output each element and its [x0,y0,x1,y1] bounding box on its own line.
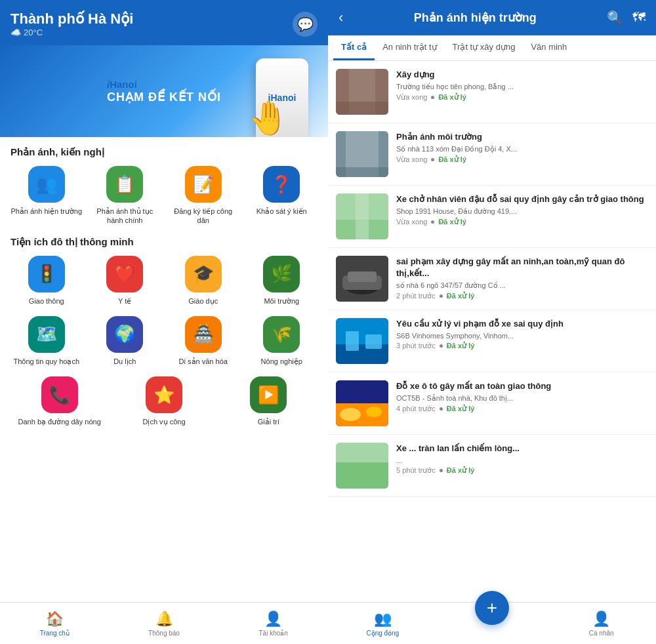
report-item-r6[interactable]: Đỗ xe ô tô gây mất an toàn giao thông OC… [328,372,656,435]
report-thumb-r2 [336,131,388,177]
left-header: Thành phố Hà Nội ☁️ 20°C 💬 [0,0,328,45]
bell-icon: 🔔 [155,611,173,628]
svg-rect-5 [336,167,388,177]
report-time-r2: Vừa xong [396,155,427,164]
moi-truong-icon: 🌿 [263,256,300,292]
status-dot-r3 [431,220,434,224]
report-item-r3[interactable]: Xe chở nhân viên đậu đỗ sai quy định gây… [328,186,656,248]
left-header-info: Thành phố Hà Nội ☁️ 20°C [10,10,133,37]
left-scroll-area: Phản ánh, kiến nghị 👥 Phản ánh hiện trườ… [0,137,328,602]
svg-rect-2 [336,102,388,115]
nong-nghiep-label: Nông nghiệp [261,357,302,366]
report-status-r3: Đã xử lý [438,218,466,226]
section1-title: Phản ánh, kiến nghị [10,146,318,158]
svg-rect-12 [348,272,377,282]
report-meta-r3: Vừa xong Đã xử lý [396,218,648,226]
utility-nong-nghiep[interactable]: 🌾 Nông nghiệp [246,316,318,366]
tab-tat-ca[interactable]: Tất cả [333,35,375,60]
utility-moi-truong[interactable]: 🌿 Môi trường [246,256,318,306]
banner-text: iHanoi CHẠM ĐỂ KẾT NỐI [107,79,221,104]
report-time-r5: 3 phút trước [396,342,436,350]
report-status-r6: Đã xử lý [447,405,474,413]
report-item-r1[interactable]: Xây dựng Trường tiểu học tiên phong, Bằn… [328,61,656,123]
left-bottom-nav: 🏠 Trang chủ 🔔 Thông báo 👤 Tài khoản [0,602,328,644]
report-status-r2: Đã xử lý [438,155,466,164]
tab-van-minh[interactable]: Văn minh [523,35,575,60]
utility-di-san[interactable]: 🏯 Di sản văn hóa [167,316,239,366]
y-te-icon: ❤️ [106,256,143,292]
community-icon: 👥 [374,611,392,628]
report-title-r1: Xây dựng [396,69,648,81]
giao-thong-label: Giao thông [29,296,64,306]
report-meta-r1: Vừa xong Đã xử lý [396,93,648,102]
nav-ca-nhan[interactable]: 👤 Cá nhân [546,611,656,637]
utility-giao-duc[interactable]: 🎓 Giáo dục [167,256,239,306]
report-thumb-r7 [336,443,388,489]
report-meta-r6: 4 phút trước Đã xử lý [396,405,648,413]
danh-ba-label: Danh bạ đường dây nóng [18,417,101,426]
dang-ky-tiep-cong-dan-icon: 📝 [185,166,222,203]
weather-icon: ☁️ [10,28,21,37]
chat-button[interactable]: 💬 [293,12,318,37]
utility-grid-row3: 📞 Danh bạ đường dây nóng ⭐ Dịch vụ công … [10,376,318,426]
quy-hoach-icon: 🗺️ [28,316,65,353]
back-button[interactable]: ‹ [338,9,343,26]
report-item-r5[interactable]: Yêu cầu xử lý vi phạm đỗ xe sai quy định… [328,310,656,372]
tab-an-ninh-trat-tu[interactable]: An ninh trật tự [375,35,444,60]
utility-giai-tri[interactable]: ▶️ Giải trí [220,376,318,426]
nav-cong-dong[interactable]: 👥 Cộng đồng [328,611,438,637]
report-title-r3: Xe chở nhân viên đậu đỗ sai quy định gây… [396,193,648,205]
report-title-r4: sai phạm xây dựng gây mất an ninh,an toà… [396,256,648,279]
report-time-r6: 4 phút trước [396,405,436,413]
report-time-r7: 5 phút trước [396,466,436,475]
temperature: 20°C [24,28,43,37]
search-icon[interactable]: 🔍 [607,10,623,26]
report-time-r3: Vừa xong [396,218,427,226]
feedback-item-thu-tuc[interactable]: 📋 Phản ánh thủ tục hành chính [89,166,161,226]
feedback-item-dang-ky[interactable]: 📝 Đăng ký tiếp công dân [167,166,239,226]
utility-danh-ba[interactable]: 📞 Danh bạ đường dây nóng [10,376,108,426]
report-title-r6: Đỗ xe ô tô gây mất an toàn giao thông [396,380,648,392]
tab-trat-tu-xay-dung[interactable]: Trật tự xây dựng [445,35,523,60]
nav-tai-khoan[interactable]: 👤 Tài khoản [218,611,328,637]
banner: iHanoi CHẠM ĐỂ KẾT NỐI iHanoi 🤚 [0,45,328,137]
report-item-r2[interactable]: Phản ánh môi trường Số nhà 113 xóm Đại Đ… [328,123,656,186]
banner-brand: iHanoi [107,79,221,90]
status-dot-r1 [431,96,434,99]
utility-y-te[interactable]: ❤️ Y tế [89,256,161,306]
nav-tai-khoan-label: Tài khoản [259,630,288,637]
report-item-r4[interactable]: sai phạm xây dựng gây mất an ninh,an toà… [328,248,656,310]
status-dot-r2 [431,158,434,161]
utility-du-lich[interactable]: 🌍 Du lịch [89,316,161,366]
nav-thong-bao[interactable]: 🔔 Thông báo [110,611,219,637]
report-info-r2: Phản ánh môi trường Số nhà 113 xóm Đại Đ… [396,131,648,164]
dich-vu-cong-icon: ⭐ [146,376,182,413]
feedback-item-khao-sat[interactable]: ❓ Khảo sát ý kiến [246,166,318,226]
nav-trang-chu[interactable]: 🏠 Trang chủ [0,611,110,637]
utility-quy-hoach[interactable]: 🗺️ Thông tin quy hoạch [10,316,83,366]
status-dot-r6 [440,407,443,411]
utility-dich-vu-cong[interactable]: ⭐ Dịch vụ công [115,376,213,426]
report-title-r2: Phản ánh môi trường [396,131,648,143]
report-info-r4: sai phạm xây dựng gây mất an ninh,an toà… [396,256,648,300]
status-dot-r5 [440,344,443,348]
utility-giao-thong[interactable]: 🚦 Giao thông [10,256,83,306]
right-panel: ‹ Phản ánh hiện trường 🔍 🗺 Tất cả An nin… [328,0,656,644]
svg-rect-22 [336,462,388,489]
giao-thong-icon: 🚦 [28,256,65,292]
map-icon[interactable]: 🗺 [632,10,646,26]
report-meta-r5: 3 phút trước Đã xử lý [396,342,648,350]
giao-duc-icon: 🎓 [185,256,222,292]
report-item-r7[interactable]: Xe ... tràn lan lấn chiếm lòng... ... 5 … [328,435,656,497]
report-addr-r6: OCT5B - Sảnh toà nhà, Khu đô thị... [396,394,580,403]
nav-thong-bao-label: Thông báo [148,630,180,637]
di-san-icon: 🏯 [185,316,222,353]
feedback-item-phan-anh[interactable]: 👥 Phản ánh hiện trường [10,166,83,226]
du-lich-icon: 🌍 [106,316,143,353]
phan-anh-hien-truong-label: Phản ánh hiện trường [10,207,82,216]
report-info-r7: Xe ... tràn lan lấn chiếm lòng... ... 5 … [396,443,648,475]
danh-ba-icon: 📞 [41,376,78,413]
fab-create-button[interactable]: + [475,591,509,625]
utility-grid-row1: 🚦 Giao thông ❤️ Y tế 🎓 Giáo dục 🌿 Môi tr… [10,256,318,306]
report-thumb-r3 [336,193,388,239]
